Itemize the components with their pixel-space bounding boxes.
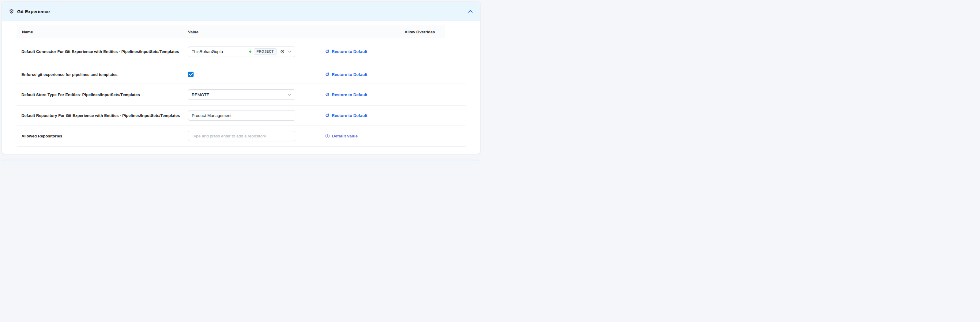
table-row: Enforce git experience for pipelines and… — [17, 65, 466, 84]
table-header-row: Name Value Allow Overrides — [17, 25, 445, 38]
table-row: Default Connector For Git Experience wit… — [17, 38, 466, 65]
scope-badge: PROJECT — [254, 48, 277, 55]
restore-icon: ↺ — [325, 49, 329, 54]
info-icon: ⓘ — [325, 134, 330, 138]
collapse-section-button[interactable] — [468, 10, 473, 13]
connector-select[interactable]: ThisRohanGupta PROJECT ⊗ — [188, 46, 295, 57]
default-value-label: Default value — [332, 134, 358, 138]
setting-name-allowed-repositories: Allowed Repositories — [21, 134, 62, 138]
section-title: Git Experience — [17, 9, 49, 14]
chevron-up-icon — [468, 10, 473, 13]
restore-to-default-button[interactable]: ↺ Restore to Default — [325, 49, 368, 54]
column-header-value: Value — [188, 30, 199, 34]
connector-selected-value: ThisRohanGupta — [192, 49, 249, 54]
column-header-allow-overrides: Allow Overrides — [404, 30, 435, 34]
restore-label: Restore to Default — [332, 92, 367, 97]
git-experience-settings-card: ⚙ Git Experience Name Value Allow Overri… — [2, 2, 480, 154]
enforce-git-experience-checkbox[interactable] — [188, 71, 194, 77]
settings-table: Name Value Allow Overrides Default Conne… — [2, 21, 480, 147]
setting-name-default-connector: Default Connector For Git Experience wit… — [21, 49, 179, 54]
chevron-down-icon — [288, 94, 291, 96]
chevron-down-icon[interactable] — [288, 51, 291, 52]
restore-label: Restore to Default — [332, 113, 367, 118]
settings-gear-icon: ⚙ — [9, 9, 14, 14]
table-row: Allowed Repositories ⓘ Default value — [17, 125, 466, 147]
connector-status-dot — [249, 51, 251, 52]
allowed-repositories-input[interactable] — [188, 131, 295, 141]
restore-icon: ↺ — [325, 92, 329, 97]
restore-icon: ↺ — [325, 113, 329, 118]
table-row: Default Repository For Git Experience wi… — [17, 106, 466, 125]
restore-to-default-button[interactable]: ↺ Restore to Default — [325, 113, 368, 118]
next-section-header-peek[interactable] — [2, 160, 480, 161]
restore-label: Restore to Default — [332, 72, 367, 77]
restore-to-default-button[interactable]: ↺ Restore to Default — [325, 72, 368, 77]
table-row: Default Store Type For Entities- Pipelin… — [17, 84, 466, 106]
column-header-name: Name — [22, 30, 33, 34]
store-type-select[interactable]: REMOTE — [188, 89, 295, 100]
restore-icon: ↺ — [325, 72, 329, 77]
setting-name-default-repository: Default Repository For Git Experience wi… — [21, 113, 180, 118]
setting-name-default-store-type: Default Store Type For Entities- Pipelin… — [21, 92, 140, 97]
restore-label: Restore to Default — [332, 49, 367, 54]
section-header-git-experience[interactable]: ⚙ Git Experience — [2, 2, 480, 21]
restore-to-default-button[interactable]: ↺ Restore to Default — [325, 92, 368, 97]
setting-name-enforce-git-experience: Enforce git experience for pipelines and… — [21, 72, 118, 77]
default-value-indicator[interactable]: ⓘ Default value — [325, 134, 358, 138]
store-type-selected-value: REMOTE — [192, 92, 288, 97]
clear-connector-icon[interactable]: ⊗ — [280, 49, 285, 54]
checkmark-icon — [189, 73, 192, 76]
default-repository-input[interactable] — [188, 110, 295, 121]
